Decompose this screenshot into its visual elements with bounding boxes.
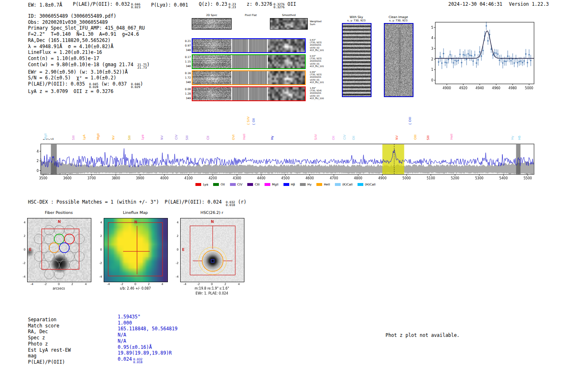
- spectral-line-label: NV: [112, 135, 115, 140]
- legend-item: OII: [213, 183, 225, 186]
- match-row-radec: RA, Dec165.118848, 50.564819: [28, 329, 177, 335]
- legend-item: (K)CaII: [335, 183, 353, 186]
- legend-item: (H)CaII: [358, 183, 376, 186]
- axis-tick-label: 0: [95, 248, 102, 251]
- fiber-row-info-3: 0.89"(730, 923)20200201v030_01415_RU_101: [310, 71, 324, 84]
- axis-tick-label: 0: [209, 283, 215, 286]
- spectral-line-label: SIII: [186, 135, 189, 140]
- col-header-pixelflat: Pixel Flat: [233, 14, 269, 17]
- spectral-line-label: { OII: [252, 118, 255, 125]
- axis-tick-label: 2: [172, 234, 179, 238]
- fiber2-smoothed-canvas: [268, 55, 305, 68]
- legend-item: Lyα: [195, 183, 208, 186]
- spectral-line-label: SiIV: [314, 134, 318, 140]
- report-version: Version 1.22.3: [509, 1, 549, 7]
- legend-label: CIV: [237, 183, 243, 186]
- fiber3-2dspec-canvas: [193, 71, 231, 84]
- legend-label: (K)CaII: [342, 183, 353, 186]
- fiber3-smoothed-canvas: [268, 71, 305, 84]
- fiber-positions-plot: [27, 218, 91, 282]
- plya-value: P(Lyα): 0.001: [151, 2, 188, 8]
- legend-swatch: [335, 183, 341, 186]
- legend-item: CIV: [230, 183, 243, 186]
- spectral-line-label: Hγ: [511, 136, 514, 140]
- legend-swatch: [230, 183, 236, 186]
- fiber-row-weights: 0.161.72348: [179, 71, 191, 85]
- plae-poii-summary: P(LAE)/P(OII): 0.0320.0460.023: [73, 1, 140, 9]
- spectral-line-label: { SiIV: [247, 116, 250, 125]
- spectral-line-label: CIV: [175, 135, 178, 140]
- spectral-line-label: CII: [207, 136, 210, 140]
- axis-tick-label: 4: [95, 221, 102, 224]
- fiber4-smoothed-canvas: [268, 87, 305, 100]
- lineflux-map-title: Lineflux Map: [104, 210, 167, 215]
- hsc-caption-1: m:19.8 re:1.9" s:1.6": [171, 287, 253, 290]
- spectral-line-label: SIII: [72, 135, 75, 140]
- clean-canvas: [385, 24, 413, 96]
- fiber3-pixelflat-canvas: [232, 71, 267, 84]
- z-uncertainty: 0.32760.3276: [274, 3, 285, 9]
- weighted-sum-2dspec-canvas: [192, 19, 231, 29]
- legend-item: Hγ: [300, 183, 311, 186]
- fiber2-pixelflat-canvas: [232, 55, 267, 68]
- match-row-plae: P(LAE)/P(OII)0.0240.0320.018: [28, 359, 177, 366]
- fiber-positions-title: Fiber Positions: [27, 210, 91, 215]
- info-line-redshifts: LyA z = 3.0709 OII z = 0.3276: [28, 88, 150, 95]
- fiber1-smoothed-canvas: [268, 39, 305, 52]
- legend-swatch: [316, 183, 322, 186]
- photz-note: Phot z plot not available.: [386, 332, 460, 338]
- info-line-obs: Obs: 20200201v030_3006055489: [28, 19, 150, 26]
- hsc-image-plot: [180, 218, 244, 282]
- legend-item: HeII: [316, 183, 330, 186]
- fiber-row-info-1: 0.63"(730, 923)20200201v030_02415_RU_101: [310, 39, 324, 51]
- weighted-sum-label: Weighted Sum: [310, 20, 321, 26]
- spectrum-legend: LyαOIICIVCIIIMgIIHβHγHeII(K)CaII(H)CaII: [35, 183, 536, 186]
- match-row-specz: Spec zN/A: [28, 335, 177, 341]
- hsc-match-summary: HSC-DEX : Possible Matches = 1 (within +…: [28, 199, 246, 206]
- axis-tick-label: -4: [172, 275, 179, 278]
- spectral-line-label: MgII: [97, 133, 100, 140]
- fiber-row-weights: 0.210.97348: [179, 39, 191, 53]
- plae-poii-label: P(LAE)/P(OII): 0.032: [73, 1, 130, 7]
- info-line-lineflux: LineFlux = 1.20(±0.21)e-16: [28, 49, 150, 56]
- col-header-2dspec: 2D Spec: [192, 14, 232, 17]
- info-line-contw: Cont(w) = 9.80(±0.10)e-18 (gmag 21.74 21…: [28, 62, 150, 69]
- fiber4-2dspec-canvas: [193, 87, 231, 100]
- spectral-line-label: LyA: [83, 135, 86, 140]
- fiber-row-info-2: 0.93"(730, 923)20200201v030_01415_RU_101: [310, 55, 324, 67]
- detection-info: ID: 3006055489 (3006055489.pdf) Obs: 202…: [28, 13, 150, 95]
- clean-coords: x, y: 730, 923: [383, 19, 413, 22]
- axis-tick-label: -2: [118, 283, 125, 286]
- axis-tick-label: 4: [172, 221, 179, 224]
- spectral-line-label: Hδ: [518, 136, 521, 140]
- legend-item: CIII: [247, 183, 260, 186]
- axis-tick-label: 4: [19, 221, 26, 224]
- gmag-uncertainty: 21.7521.73: [137, 63, 147, 69]
- match-row-mag: mag19.89(19.89,19.89)R: [28, 353, 177, 359]
- axis-tick-label: 0: [172, 248, 179, 251]
- spectral-line-label: OII: [352, 136, 355, 140]
- report-timestamp: 2024-12-30 04:46:31: [448, 1, 503, 7]
- spectral-line-label: OII: [332, 136, 335, 140]
- axis-tick-label: -2: [172, 262, 179, 265]
- info-line-seeing: F=2.2" T=0.140 N̄=1.30 A=0.91 g=24.6: [28, 31, 150, 37]
- spec2d-fiber-row-2: [192, 54, 306, 69]
- weighted-sum-smoothed-panel: [270, 18, 308, 30]
- fiber1-pixelflat-canvas: [232, 39, 267, 52]
- spectral-line-label: SIII: [427, 135, 430, 140]
- axis-tick-label: 0: [19, 248, 26, 251]
- spec2d-fiber-row-1: [192, 38, 306, 53]
- fiber-row-weights: 0.081.28349: [179, 87, 191, 101]
- legend-swatch: [265, 183, 270, 186]
- withsky-cutout: [342, 23, 372, 97]
- axis-tick-label: 0: [132, 283, 139, 286]
- legend-swatch: [358, 183, 363, 186]
- spectral-line-label: NV: [395, 135, 399, 140]
- info-line-id: ID: 3006055489 (3006055489.pdf): [28, 13, 150, 19]
- axis-tick-label: -2: [95, 262, 102, 265]
- hsc-caption-2: EWr: 1. PLAE: 0.024: [171, 292, 253, 295]
- legend-swatch: [283, 183, 289, 186]
- info-line-sn: S/N = 6.2(±0.5) χ² = 1.0(±0.2): [28, 75, 150, 81]
- clean-title: Clean Image: [383, 15, 413, 19]
- legend-swatch: [247, 183, 253, 186]
